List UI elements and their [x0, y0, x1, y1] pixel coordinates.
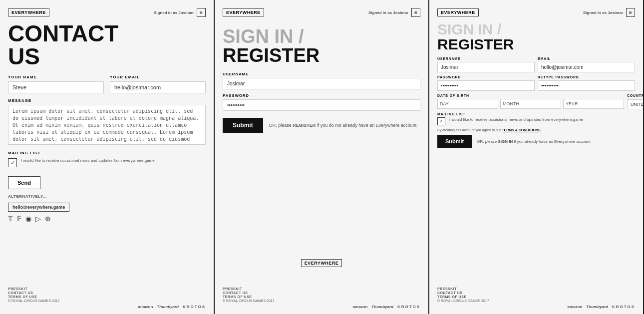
reg-submit-button[interactable]: Submit: [437, 135, 472, 148]
message-textarea[interactable]: Lorem ipsum dolor sit amet, consectetur …: [8, 105, 206, 145]
p2-password-input[interactable]: [223, 99, 420, 111]
signin-signed-in: Signed in as Josimar: [368, 10, 408, 15]
footer-links: PRESSKIT CONTACT US TERMS OF USE © ROYAL…: [8, 287, 206, 303]
signin-footer-logo: EVERYWHERE: [301, 259, 342, 267]
reg-mailing-text: I would like to receive occasional news …: [449, 117, 583, 122]
reg-country-label: COUNTRY: [627, 94, 644, 97]
signin-thumbyard-brand: Thumbyard: [371, 305, 393, 309]
contact-logo: EVERYWHERE: [8, 8, 49, 16]
reg-retype-label: RETYPE PASSWORD: [538, 75, 635, 79]
reg-username-input[interactable]: [437, 62, 535, 72]
footer-copyright: © ROYAL CIRCUS GAMES 2017: [8, 299, 206, 303]
reg-country-wrap: UNITED STATES: [627, 99, 644, 109]
register-header: EVERYWHERE Signed in as Josimar ≡: [437, 8, 635, 17]
mailing-text: I would like to receive occasional news …: [21, 158, 155, 163]
signin-menu-icon[interactable]: ≡: [411, 8, 420, 17]
reg-dob-day[interactable]: [437, 99, 498, 109]
mailing-checkbox-row: ✓ I would like to receive occasional new…: [8, 158, 206, 167]
reg-krotos-brand: KROTOS: [612, 305, 635, 309]
register-row2: PASSWORD RETYPE PASSWORD: [437, 75, 635, 91]
reg-footer-terms[interactable]: TERMS OF USE: [437, 295, 635, 299]
reg-password-label: PASSWORD: [437, 75, 535, 79]
name-label: YOUR NAME: [8, 75, 104, 79]
facebook-icon[interactable]: 𝔽: [17, 215, 21, 223]
contact-signed-in: Signed in as Josimar: [154, 10, 194, 15]
p2-username-label: USERNAME: [223, 72, 420, 76]
send-button[interactable]: Send: [8, 176, 40, 189]
twitter-icon[interactable]: 𝕋: [8, 215, 13, 223]
reg-terms-link[interactable]: TERMS & CONDITIONS: [502, 128, 540, 132]
signin-header: EVERYWHERE Signed in as Josimar ≡: [223, 8, 420, 17]
reg-amazon-brand: amazon: [568, 305, 583, 309]
instagram-icon[interactable]: ◉: [25, 215, 31, 223]
signin-amazon-brand: amazon: [353, 305, 368, 309]
reg-thumbyard-brand: Thumbyard: [586, 305, 608, 309]
p2-password-label: PASSWORD: [223, 93, 420, 98]
register-panel: EVERYWHERE Signed in as Josimar ≡ SIGN I…: [429, 0, 644, 314]
register-footer-links: PRESSKIT CONTACT US TERMS OF USE © ROYAL…: [437, 287, 635, 303]
signin-title-gray: SIGN IN /: [223, 27, 420, 46]
footer-brands: amazon Thumbyard KROTOS: [8, 305, 206, 309]
email-input[interactable]: [110, 81, 206, 93]
reg-retype-group: RETYPE PASSWORD: [538, 75, 635, 91]
discord-icon[interactable]: ⊕: [45, 215, 51, 223]
reg-mailing-checkbox[interactable]: ✓: [437, 117, 445, 125]
reg-mailing-label: MAILING LIST: [437, 112, 635, 116]
contact-menu-icon[interactable]: ≡: [197, 8, 206, 17]
amazon-brand: amazon: [138, 305, 153, 309]
email-label: YOUR EMAIL: [110, 75, 206, 79]
reg-dob-label: DATE OF BIRTH: [437, 94, 624, 97]
contact-name-email-row: YOUR NAME YOUR EMAIL: [8, 75, 206, 93]
email-link[interactable]: hello@everywhere.game: [8, 203, 69, 212]
krotos-brand: KROTOS: [183, 305, 206, 309]
reg-footer-contact[interactable]: CONTACT US: [437, 291, 635, 295]
reg-dob-month[interactable]: [500, 99, 561, 109]
mailing-label: MAILING LIST: [8, 151, 206, 155]
register-menu-icon[interactable]: ≡: [626, 8, 635, 17]
signin-footer-links: PRESSKIT CONTACT US TERMS OF USE © ROYAL…: [223, 287, 420, 303]
youtube-icon[interactable]: ▷: [35, 215, 41, 223]
reg-footer-copyright: © ROYAL CIRCUS GAMES 2017: [437, 299, 635, 303]
signin-footer-contact[interactable]: CONTACT US: [223, 291, 420, 295]
contact-title: CONTACT US: [8, 22, 206, 68]
reg-username-label: USERNAME: [437, 57, 535, 60]
p2-submit-row: Submit OR, please REGISTER if you do not…: [223, 118, 420, 133]
signin-footer-presskit[interactable]: PRESSKIT: [223, 287, 420, 291]
p2-username-input[interactable]: [223, 78, 420, 89]
register-footer: PRESSKIT CONTACT US TERMS OF USE © ROYAL…: [437, 287, 635, 309]
social-icons-row: 𝕋 𝔽 ◉ ▷ ⊕: [8, 215, 206, 223]
contact-header: EVERYWHERE Signed in as Josimar ≡: [8, 8, 206, 17]
signin-title-black: REGISTER: [223, 46, 420, 65]
reg-dob-row: [437, 99, 624, 109]
footer-contact[interactable]: CONTACT US: [8, 291, 206, 295]
reg-or-text: OR, please SIGN IN if you already have a…: [477, 139, 591, 144]
signin-footer-terms[interactable]: TERMS OF USE: [223, 295, 420, 299]
reg-username-group: USERNAME: [437, 57, 535, 72]
reg-country-group: COUNTRY UNITED STATES: [627, 94, 644, 109]
reg-agree-text: By creating this account you agree to ou…: [437, 128, 635, 132]
reg-retype-input[interactable]: [538, 80, 635, 91]
reg-email-group: EMAIL: [538, 57, 635, 72]
register-row3: DATE OF BIRTH COUNTRY UNITED STATES: [437, 94, 635, 109]
p2-or-text: OR, please REGISTER if you do not alread…: [269, 123, 418, 128]
footer-terms[interactable]: TERMS OF USE: [8, 295, 206, 299]
register-signed-in: Signed in as Josimar: [583, 10, 623, 15]
footer-presskit[interactable]: PRESSKIT: [8, 287, 206, 291]
alternatively-label: ALTERNATIVELY...: [8, 194, 206, 199]
reg-dob-group: DATE OF BIRTH: [437, 94, 624, 109]
p2-submit-button[interactable]: Submit: [223, 118, 263, 133]
reg-country-select[interactable]: UNITED STATES: [627, 99, 644, 109]
reg-password-group: PASSWORD: [437, 75, 535, 91]
mailing-checkbox[interactable]: ✓: [8, 158, 17, 167]
reg-email-input[interactable]: [538, 62, 635, 72]
name-input[interactable]: [8, 81, 104, 93]
message-label: MESSAGE: [8, 98, 206, 103]
register-row1: USERNAME EMAIL: [437, 57, 635, 72]
reg-footer-presskit[interactable]: PRESSKIT: [437, 287, 635, 291]
register-title-black: REGISTER: [437, 37, 635, 52]
reg-submit-row: Submit OR, please SIGN IN if you already…: [437, 135, 635, 148]
reg-password-input[interactable]: [437, 80, 535, 91]
reg-dob-year[interactable]: [563, 99, 624, 109]
contact-panel: EVERYWHERE Signed in as Josimar ≡ CONTAC…: [0, 0, 215, 314]
email-group: YOUR EMAIL: [110, 75, 206, 93]
